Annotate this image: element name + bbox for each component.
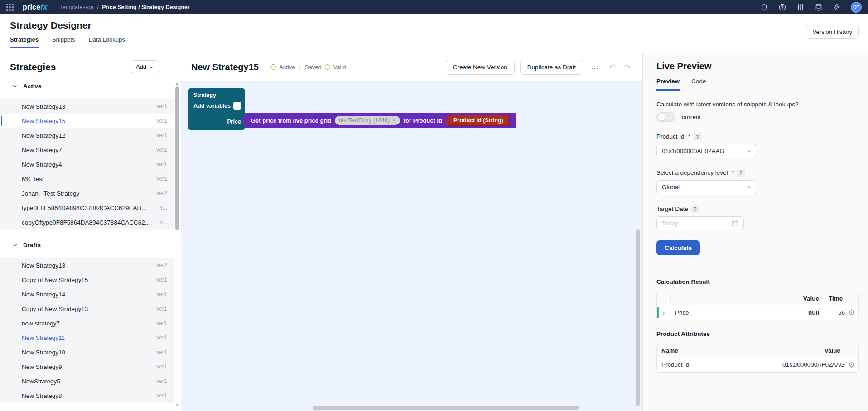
help-question-icon[interactable]: ? xyxy=(694,133,701,140)
divider xyxy=(656,268,857,268)
get-price-block[interactable]: Get price from live price grid testTextE… xyxy=(245,113,516,128)
page-header: Strategy Designer Strategies Snippets Da… xyxy=(0,14,868,53)
product-id-value-block[interactable]: Product Id (String) xyxy=(448,115,509,126)
table-header: Name Value xyxy=(657,344,858,357)
product-id-label: Product Id* ? xyxy=(656,133,857,140)
strategies-sidebar: Strategies Add Active New Strategy13ver1… xyxy=(0,53,181,411)
tab-snippets[interactable]: Snippets xyxy=(52,36,75,48)
more-options-button[interactable]: ... xyxy=(588,63,601,71)
list-item[interactable]: NewStrategy5ver1 xyxy=(0,374,174,388)
trace-target-icon[interactable] xyxy=(848,309,855,316)
required-asterisk: * xyxy=(688,133,690,140)
help-question-icon[interactable]: ? xyxy=(737,169,745,177)
canvas-horizontal-scrollbar[interactable] xyxy=(313,406,579,410)
list-item[interactable]: MK Testver1 xyxy=(0,172,174,186)
list-item[interactable]: type0F8F5864DA894C37884CACC629EAD...v... xyxy=(0,201,174,215)
target-date-input[interactable] xyxy=(662,220,721,227)
block-canvas[interactable]: Strategy Add variables Price Get price f… xyxy=(181,81,642,411)
create-new-version-button[interactable]: Create New Version xyxy=(446,60,515,75)
latest-versions-question: Calculate with latest versions of snippe… xyxy=(656,101,857,108)
scroll-down-icon[interactable]: ▼ xyxy=(175,404,179,407)
list-item[interactable]: New Strategy13ver2 xyxy=(0,258,174,272)
active-strategy-list: New Strategy13ver1 New Strategy15ver1 Ne… xyxy=(0,99,174,229)
list-item[interactable]: Copy of New Strategy13ver1 xyxy=(0,301,174,316)
version-history-button[interactable]: Version History xyxy=(806,25,859,39)
chevron-down-icon xyxy=(13,242,18,247)
list-item[interactable]: New Strategy7ver1 xyxy=(0,143,174,157)
add-variables-label: Add variables xyxy=(193,103,231,109)
strategy-block[interactable]: Strategy Add variables Price xyxy=(188,88,245,130)
list-item[interactable]: New Strategy13ver1 xyxy=(0,99,174,114)
price-grid-dropdown[interactable]: testTextEntry (1848) ▼ xyxy=(335,116,400,125)
chevron-down-icon xyxy=(747,185,751,188)
help-icon[interactable] xyxy=(778,3,786,11)
section-active[interactable]: Active xyxy=(0,81,181,91)
calculate-button[interactable]: Calculate xyxy=(656,240,700,255)
calculation-result-table: Value Time › Price null 56 xyxy=(656,292,859,320)
list-item[interactable]: New Strategy14ver1 xyxy=(0,287,174,301)
app-launcher-icon[interactable] xyxy=(6,4,14,11)
list-item[interactable]: New Strategy12ver1 xyxy=(0,128,174,143)
product-id-select[interactable]: 01s1i000000AF02AAG xyxy=(656,144,756,158)
list-item[interactable]: New Strategy8ver1 xyxy=(0,388,174,403)
logo-text: price xyxy=(23,3,40,11)
canvas-vertical-scrollbar[interactable] xyxy=(636,229,640,406)
table-header: Value Time xyxy=(657,292,858,305)
sidebar-scrollbar[interactable]: ▲ xyxy=(175,82,179,86)
top-bar: pricefx templates-qa / Price Setting / S… xyxy=(0,0,868,14)
target-date-field[interactable] xyxy=(656,216,744,230)
page-tabs: Strategies Snippets Data Lookups xyxy=(10,36,858,48)
undo-icon[interactable]: ↶ xyxy=(607,62,617,72)
calendar-icon xyxy=(732,220,738,227)
dependency-level-select[interactable]: Global xyxy=(656,180,756,194)
product-attributes-table: Name Value Product Id 01s1i000000AF02AAG xyxy=(656,344,859,373)
list-item[interactable]: New Strategy9ver1 xyxy=(0,359,174,374)
add-strategy-button[interactable]: Add xyxy=(130,60,159,73)
section-drafts[interactable]: Drafts xyxy=(0,239,181,250)
list-item[interactable]: New Strategy10ver1 xyxy=(0,345,174,359)
list-item[interactable]: Copy of New Strategy15ver1 xyxy=(0,272,174,287)
trace-target-icon[interactable] xyxy=(848,361,855,368)
redo-icon[interactable]: ↷ xyxy=(622,62,632,72)
tab-data-lookups[interactable]: Data Lookups xyxy=(88,36,125,48)
duplicate-as-draft-button[interactable]: Duplicate as Draft xyxy=(520,60,583,75)
scroll-up-icon[interactable]: ▲ xyxy=(175,82,179,86)
page-title: Strategy Designer xyxy=(10,20,858,31)
price-slot-label: Price xyxy=(227,119,241,125)
breadcrumb: templates-qa / Price Setting / Strategy … xyxy=(61,4,190,10)
tab-strategies[interactable]: Strategies xyxy=(10,36,39,48)
expand-row-icon[interactable]: › xyxy=(663,309,665,316)
database-icon[interactable] xyxy=(815,3,823,11)
tools-wrench-icon[interactable] xyxy=(833,3,841,11)
target-date-label: Target Date ? xyxy=(656,205,857,213)
list-item[interactable]: copyOftype0F8F5864DA894C37884CACC62...v.… xyxy=(0,215,174,229)
list-item[interactable]: New Strategy11ver1 xyxy=(0,330,174,345)
list-item-selected[interactable]: New Strategy15ver1 xyxy=(0,114,174,128)
breadcrumb-env[interactable]: templates-qa xyxy=(61,4,93,10)
chevron-down-icon xyxy=(149,64,154,68)
chevron-down-icon xyxy=(747,148,751,152)
user-avatar[interactable]: OT xyxy=(851,2,862,13)
chevron-down-icon xyxy=(13,83,18,88)
breadcrumb-path: Price Setting / Strategy Designer xyxy=(102,4,190,10)
table-row: › Price null 56 xyxy=(657,305,858,320)
strategy-title: New Strategy15 xyxy=(191,62,259,72)
settings-sliders-icon[interactable] xyxy=(796,3,805,11)
tab-preview[interactable]: Preview xyxy=(656,78,680,91)
sidebar-scrollbar-thumb[interactable] xyxy=(175,86,179,230)
pricefx-logo[interactable]: pricefx xyxy=(23,3,47,12)
add-variables-checkbox[interactable] xyxy=(233,102,241,110)
list-item[interactable]: new strategy7ver1 xyxy=(0,316,174,330)
notifications-bell-icon[interactable] xyxy=(760,3,768,11)
toggle-state-label: current xyxy=(682,114,701,120)
help-question-icon[interactable]: ? xyxy=(691,205,699,213)
strategy-block-title: Strategy xyxy=(188,88,245,98)
sidebar-title: Strategies xyxy=(10,62,56,72)
canvas-header: New Strategy15 Active | Saved Valid Crea… xyxy=(181,53,642,81)
table-row: Product Id 01s1i000000AF02AAG xyxy=(657,357,858,372)
latest-versions-toggle[interactable] xyxy=(656,112,675,122)
strategy-status: Active | Saved Valid xyxy=(270,64,346,71)
tab-code[interactable]: Code xyxy=(691,78,706,91)
list-item[interactable]: New Strategy4ver1 xyxy=(0,157,174,172)
list-item[interactable]: Johan - Test Strategyver2 xyxy=(0,186,174,201)
